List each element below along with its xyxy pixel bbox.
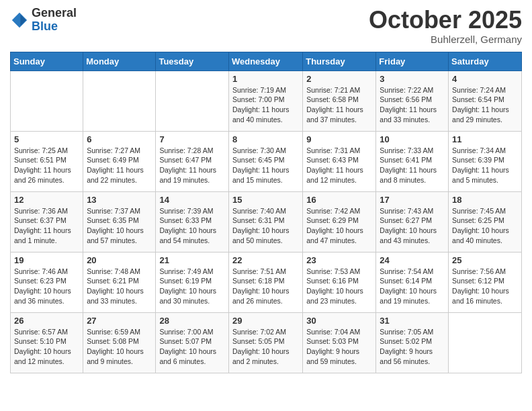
day-header-saturday: Saturday bbox=[449, 52, 522, 71]
calendar-cell: 24Sunrise: 7:54 AM Sunset: 6:14 PM Dayli… bbox=[376, 252, 449, 312]
title-block: October 2025 Buhlerzell, Germany bbox=[369, 7, 522, 45]
day-number: 2 bbox=[306, 74, 372, 84]
calendar-cell: 21Sunrise: 7:49 AM Sunset: 6:19 PM Dayli… bbox=[156, 252, 229, 312]
day-info: Sunrise: 7:49 AM Sunset: 6:19 PM Dayligh… bbox=[159, 267, 225, 306]
day-info: Sunrise: 7:45 AM Sunset: 6:25 PM Dayligh… bbox=[452, 206, 518, 246]
calendar-cell: 16Sunrise: 7:42 AM Sunset: 6:29 PM Dayli… bbox=[303, 191, 376, 252]
day-number: 31 bbox=[380, 316, 445, 326]
calendar-week-row: 19Sunrise: 7:46 AM Sunset: 6:23 PM Dayli… bbox=[11, 252, 522, 312]
calendar-cell: 29Sunrise: 7:02 AM Sunset: 5:05 PM Dayli… bbox=[228, 312, 302, 373]
day-number: 18 bbox=[452, 195, 518, 205]
day-info: Sunrise: 7:37 AM Sunset: 6:35 PM Dayligh… bbox=[87, 206, 152, 246]
calendar-cell: 27Sunrise: 6:59 AM Sunset: 5:08 PM Dayli… bbox=[83, 312, 156, 373]
calendar-cell: 30Sunrise: 7:04 AM Sunset: 5:03 PM Dayli… bbox=[303, 312, 376, 373]
day-number: 10 bbox=[380, 134, 445, 144]
day-info: Sunrise: 7:39 AM Sunset: 6:33 PM Dayligh… bbox=[159, 206, 225, 246]
day-header-tuesday: Tuesday bbox=[156, 52, 229, 71]
calendar-cell: 20Sunrise: 7:48 AM Sunset: 6:21 PM Dayli… bbox=[83, 252, 156, 312]
day-info: Sunrise: 7:40 AM Sunset: 6:31 PM Dayligh… bbox=[232, 206, 299, 246]
calendar-cell: 9Sunrise: 7:31 AM Sunset: 6:43 PM Daylig… bbox=[303, 131, 376, 191]
day-number: 4 bbox=[452, 74, 518, 84]
day-number: 13 bbox=[87, 195, 152, 205]
day-number: 3 bbox=[380, 74, 445, 84]
day-number: 1 bbox=[232, 74, 299, 84]
calendar-cell: 11Sunrise: 7:34 AM Sunset: 6:39 PM Dayli… bbox=[449, 131, 522, 191]
day-number: 21 bbox=[159, 255, 225, 265]
logo-general-text: General bbox=[32, 7, 77, 20]
day-number: 27 bbox=[87, 316, 152, 326]
day-info: Sunrise: 7:42 AM Sunset: 6:29 PM Dayligh… bbox=[306, 206, 372, 246]
month-title: October 2025 bbox=[369, 7, 522, 34]
day-info: Sunrise: 7:48 AM Sunset: 6:21 PM Dayligh… bbox=[87, 267, 152, 306]
day-number: 12 bbox=[14, 195, 79, 205]
calendar-week-row: 1Sunrise: 7:19 AM Sunset: 7:00 PM Daylig… bbox=[11, 71, 522, 131]
day-info: Sunrise: 7:36 AM Sunset: 6:37 PM Dayligh… bbox=[14, 206, 79, 246]
day-info: Sunrise: 7:53 AM Sunset: 6:16 PM Dayligh… bbox=[306, 267, 372, 306]
day-number: 8 bbox=[232, 134, 299, 144]
day-info: Sunrise: 7:27 AM Sunset: 6:49 PM Dayligh… bbox=[87, 146, 152, 185]
day-number: 14 bbox=[159, 195, 225, 205]
calendar-cell: 19Sunrise: 7:46 AM Sunset: 6:23 PM Dayli… bbox=[11, 252, 83, 312]
day-header-sunday: Sunday bbox=[11, 52, 83, 71]
day-info: Sunrise: 7:02 AM Sunset: 5:05 PM Dayligh… bbox=[232, 327, 299, 367]
day-number: 23 bbox=[306, 255, 372, 265]
calendar-cell: 23Sunrise: 7:53 AM Sunset: 6:16 PM Dayli… bbox=[303, 252, 376, 312]
day-number: 20 bbox=[87, 255, 152, 265]
svg-marker-1 bbox=[20, 14, 26, 26]
day-info: Sunrise: 7:28 AM Sunset: 6:47 PM Dayligh… bbox=[159, 146, 225, 185]
logo: General Blue bbox=[10, 7, 77, 34]
day-header-wednesday: Wednesday bbox=[228, 52, 302, 71]
day-info: Sunrise: 7:00 AM Sunset: 5:07 PM Dayligh… bbox=[159, 327, 225, 367]
day-info: Sunrise: 7:46 AM Sunset: 6:23 PM Dayligh… bbox=[14, 267, 79, 306]
calendar-cell: 12Sunrise: 7:36 AM Sunset: 6:37 PM Dayli… bbox=[11, 191, 83, 252]
logo-blue-text: Blue bbox=[32, 20, 77, 34]
day-header-monday: Monday bbox=[83, 52, 156, 71]
calendar-cell bbox=[11, 71, 83, 131]
calendar-cell bbox=[449, 312, 522, 373]
day-info: Sunrise: 7:51 AM Sunset: 6:18 PM Dayligh… bbox=[232, 267, 299, 306]
day-info: Sunrise: 7:22 AM Sunset: 6:56 PM Dayligh… bbox=[380, 85, 445, 125]
calendar-cell: 5Sunrise: 7:25 AM Sunset: 6:51 PM Daylig… bbox=[11, 131, 83, 191]
day-info: Sunrise: 7:30 AM Sunset: 6:45 PM Dayligh… bbox=[232, 146, 299, 185]
calendar-cell: 14Sunrise: 7:39 AM Sunset: 6:33 PM Dayli… bbox=[156, 191, 229, 252]
calendar-table: SundayMondayTuesdayWednesdayThursdayFrid… bbox=[10, 52, 522, 373]
calendar-cell: 2Sunrise: 7:21 AM Sunset: 6:58 PM Daylig… bbox=[303, 71, 376, 131]
calendar-cell: 7Sunrise: 7:28 AM Sunset: 6:47 PM Daylig… bbox=[156, 131, 229, 191]
day-number: 29 bbox=[232, 316, 299, 326]
day-number: 5 bbox=[14, 134, 79, 144]
calendar-header-row: SundayMondayTuesdayWednesdayThursdayFrid… bbox=[11, 52, 522, 71]
calendar-cell: 3Sunrise: 7:22 AM Sunset: 6:56 PM Daylig… bbox=[376, 71, 449, 131]
day-number: 30 bbox=[306, 316, 372, 326]
day-number: 15 bbox=[232, 195, 299, 205]
calendar-cell: 4Sunrise: 7:24 AM Sunset: 6:54 PM Daylig… bbox=[449, 71, 522, 131]
calendar-cell bbox=[83, 71, 156, 131]
day-info: Sunrise: 7:43 AM Sunset: 6:27 PM Dayligh… bbox=[380, 206, 445, 246]
day-info: Sunrise: 7:25 AM Sunset: 6:51 PM Dayligh… bbox=[14, 146, 79, 185]
calendar-cell: 15Sunrise: 7:40 AM Sunset: 6:31 PM Dayli… bbox=[228, 191, 302, 252]
day-info: Sunrise: 6:57 AM Sunset: 5:10 PM Dayligh… bbox=[14, 327, 79, 367]
day-number: 22 bbox=[232, 255, 299, 265]
calendar-cell: 25Sunrise: 7:56 AM Sunset: 6:12 PM Dayli… bbox=[449, 252, 522, 312]
day-info: Sunrise: 7:24 AM Sunset: 6:54 PM Dayligh… bbox=[452, 85, 518, 125]
calendar-cell: 18Sunrise: 7:45 AM Sunset: 6:25 PM Dayli… bbox=[449, 191, 522, 252]
day-number: 7 bbox=[159, 134, 225, 144]
calendar-cell: 26Sunrise: 6:57 AM Sunset: 5:10 PM Dayli… bbox=[11, 312, 83, 373]
day-number: 19 bbox=[14, 255, 79, 265]
calendar-cell: 22Sunrise: 7:51 AM Sunset: 6:18 PM Dayli… bbox=[228, 252, 302, 312]
logo-icon bbox=[10, 11, 29, 30]
day-number: 26 bbox=[14, 316, 79, 326]
calendar-cell: 31Sunrise: 7:05 AM Sunset: 5:02 PM Dayli… bbox=[376, 312, 449, 373]
day-number: 11 bbox=[452, 134, 518, 144]
calendar-cell: 17Sunrise: 7:43 AM Sunset: 6:27 PM Dayli… bbox=[376, 191, 449, 252]
calendar-cell: 28Sunrise: 7:00 AM Sunset: 5:07 PM Dayli… bbox=[156, 312, 229, 373]
day-number: 24 bbox=[380, 255, 445, 265]
day-info: Sunrise: 6:59 AM Sunset: 5:08 PM Dayligh… bbox=[87, 327, 152, 367]
day-info: Sunrise: 7:33 AM Sunset: 6:41 PM Dayligh… bbox=[380, 146, 445, 185]
day-info: Sunrise: 7:04 AM Sunset: 5:03 PM Dayligh… bbox=[306, 327, 372, 367]
day-info: Sunrise: 7:56 AM Sunset: 6:12 PM Dayligh… bbox=[452, 267, 518, 306]
calendar-cell: 6Sunrise: 7:27 AM Sunset: 6:49 PM Daylig… bbox=[83, 131, 156, 191]
day-info: Sunrise: 7:21 AM Sunset: 6:58 PM Dayligh… bbox=[306, 85, 372, 125]
day-number: 6 bbox=[87, 134, 152, 144]
day-number: 28 bbox=[159, 316, 225, 326]
calendar-week-row: 12Sunrise: 7:36 AM Sunset: 6:37 PM Dayli… bbox=[11, 191, 522, 252]
